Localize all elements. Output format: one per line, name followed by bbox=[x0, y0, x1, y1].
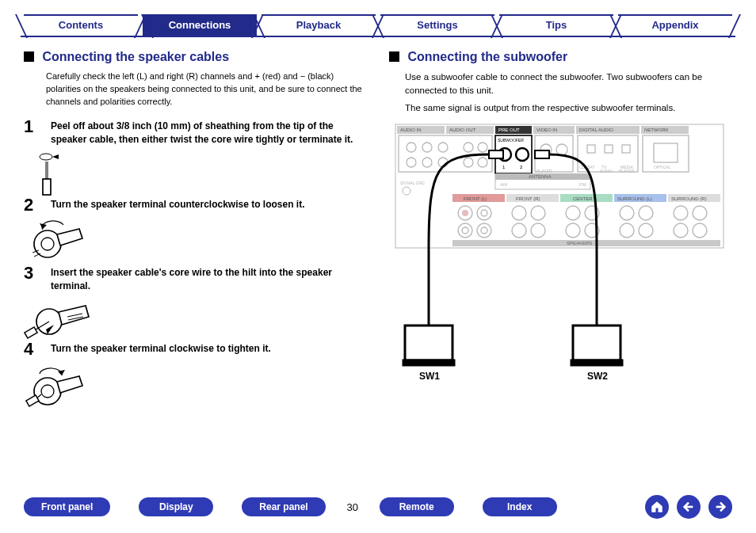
svg-rect-112 bbox=[573, 326, 620, 360]
home-icon[interactable] bbox=[645, 495, 669, 519]
step-4: 4 Turn the speaker terminal clockwise to… bbox=[24, 341, 367, 358]
sw1-label: SW1 bbox=[419, 371, 440, 382]
svg-point-42 bbox=[422, 158, 432, 167]
svg-point-103 bbox=[693, 206, 707, 220]
tab-settings[interactable]: Settings bbox=[380, 14, 494, 36]
svg-point-40 bbox=[438, 143, 448, 152]
svg-point-86 bbox=[458, 223, 472, 238]
svg-marker-6 bbox=[40, 223, 47, 229]
tab-tips[interactable]: Tips bbox=[499, 14, 613, 36]
step-text: Turn the speaker terminal counterclockwi… bbox=[51, 196, 305, 214]
svg-rect-108 bbox=[489, 150, 503, 158]
svg-point-88 bbox=[477, 223, 491, 238]
svg-text:OPTICAL: OPTICAL bbox=[654, 165, 671, 169]
tab-playback[interactable]: Playback bbox=[262, 14, 376, 36]
svg-point-85 bbox=[481, 210, 487, 216]
svg-text:SURROUND (L): SURROUND (L) bbox=[617, 196, 652, 201]
left-column: Connecting the speaker cables Carefully … bbox=[24, 50, 367, 454]
subwoofer-para-2: The same signal is output from the respe… bbox=[389, 101, 732, 115]
square-bullet-icon bbox=[24, 51, 34, 62]
svg-text:PRE OUT: PRE OUT bbox=[498, 128, 520, 132]
illustration-loosen-terminal bbox=[24, 219, 367, 265]
svg-point-94 bbox=[566, 206, 580, 220]
svg-point-5 bbox=[41, 238, 54, 250]
svg-point-47 bbox=[478, 158, 487, 167]
heading-text: Connecting the subwoofer bbox=[407, 50, 567, 63]
svg-text:FRONT (R): FRONT (R) bbox=[516, 196, 540, 201]
svg-text:ANTENNA: ANTENNA bbox=[529, 174, 552, 179]
svg-text:AM: AM bbox=[500, 182, 507, 187]
svg-point-91 bbox=[531, 206, 545, 220]
svg-rect-54 bbox=[622, 145, 630, 153]
top-nav: Contents Connections Playback Settings T… bbox=[24, 14, 732, 36]
svg-point-39 bbox=[422, 143, 432, 152]
svg-rect-52 bbox=[587, 145, 595, 153]
svg-text:PLAYER: PLAYER bbox=[619, 169, 635, 173]
svg-marker-0 bbox=[52, 154, 59, 159]
svg-text:3 MEDIA: 3 MEDIA bbox=[536, 121, 553, 122]
step-text: Insert the speaker cable's core wire to … bbox=[51, 265, 367, 293]
nav-rear-panel[interactable]: Rear panel bbox=[242, 497, 325, 516]
heading-speaker-cables: Connecting the speaker cables bbox=[24, 50, 367, 64]
nav-index[interactable]: Index bbox=[483, 497, 557, 516]
svg-rect-110 bbox=[405, 326, 452, 360]
tab-connections[interactable]: Connections bbox=[143, 14, 257, 36]
svg-rect-109 bbox=[535, 150, 549, 158]
svg-point-14 bbox=[41, 385, 54, 398]
svg-point-101 bbox=[639, 223, 653, 238]
step-2: 2 Turn the speaker terminal counterclock… bbox=[24, 196, 367, 214]
step-3: 3 Insert the speaker cable's core wire t… bbox=[24, 265, 367, 293]
tab-contents[interactable]: Contents bbox=[24, 14, 138, 36]
nav-front-panel[interactable]: Front panel bbox=[24, 497, 110, 516]
heading-subwoofer: Connecting the subwoofer bbox=[389, 50, 732, 64]
illustration-strip-wire bbox=[24, 150, 367, 196]
illustration-tighten-terminal bbox=[24, 363, 367, 410]
nav-display[interactable]: Display bbox=[139, 497, 213, 516]
svg-text:FM: FM bbox=[579, 182, 586, 187]
svg-point-34 bbox=[516, 148, 529, 161]
svg-text:SIGNAL GND: SIGNAL GND bbox=[400, 181, 425, 185]
svg-point-45 bbox=[478, 143, 487, 152]
svg-text:CENTER: CENTER bbox=[573, 196, 593, 201]
arrow-right-icon[interactable] bbox=[708, 495, 732, 519]
svg-point-92 bbox=[512, 223, 526, 238]
svg-text:2: 2 bbox=[520, 165, 523, 169]
step-number: 4 bbox=[24, 341, 41, 358]
step-number: 1 bbox=[24, 118, 41, 147]
svg-point-104 bbox=[674, 223, 688, 238]
arrow-left-icon[interactable] bbox=[677, 495, 701, 519]
svg-point-90 bbox=[512, 206, 526, 220]
rear-panel-diagram: AUDIO IN AUDIO OUT PRE OUT VIDEO IN DIGI… bbox=[389, 121, 732, 398]
right-column: Connecting the subwoofer Use a subwoofer… bbox=[389, 50, 732, 454]
svg-rect-11 bbox=[25, 327, 37, 338]
svg-rect-17 bbox=[26, 395, 39, 406]
step-number: 2 bbox=[24, 196, 41, 214]
svg-point-71 bbox=[403, 187, 410, 195]
svg-text:SPEAKERS: SPEAKERS bbox=[567, 241, 592, 246]
page-number: 30 bbox=[337, 501, 368, 513]
svg-point-99 bbox=[639, 206, 653, 220]
svg-text:1: 1 bbox=[502, 165, 506, 169]
svg-text:VIDEO IN: VIDEO IN bbox=[536, 128, 557, 132]
svg-point-87 bbox=[462, 227, 468, 234]
svg-point-102 bbox=[674, 206, 688, 220]
svg-rect-111 bbox=[403, 360, 454, 365]
svg-point-96 bbox=[566, 223, 580, 238]
svg-rect-53 bbox=[605, 145, 613, 153]
svg-point-38 bbox=[407, 143, 416, 152]
step-number: 3 bbox=[24, 265, 41, 293]
step-text: Turn the speaker terminal clockwise to t… bbox=[51, 341, 271, 358]
step-1: 1 Peel off about 3/8 inch (10 mm) of she… bbox=[24, 118, 367, 147]
bottom-nav: Front panel Display Rear panel 30 Remote… bbox=[24, 495, 732, 519]
steps-list: 1 Peel off about 3/8 inch (10 mm) of she… bbox=[24, 118, 367, 410]
svg-point-89 bbox=[481, 227, 487, 234]
svg-text:DIGITAL AUDIO: DIGITAL AUDIO bbox=[579, 128, 613, 132]
svg-point-93 bbox=[531, 223, 545, 238]
svg-text:SUBWOOFER: SUBWOOFER bbox=[498, 138, 524, 143]
svg-point-46 bbox=[464, 158, 473, 167]
svg-text:SURROUND (R): SURROUND (R) bbox=[671, 196, 707, 201]
nav-remote[interactable]: Remote bbox=[380, 497, 454, 516]
square-bullet-icon bbox=[389, 51, 399, 62]
step-text: Peel off about 3/8 inch (10 mm) of sheat… bbox=[51, 118, 367, 147]
tab-appendix[interactable]: Appendix bbox=[618, 14, 732, 36]
